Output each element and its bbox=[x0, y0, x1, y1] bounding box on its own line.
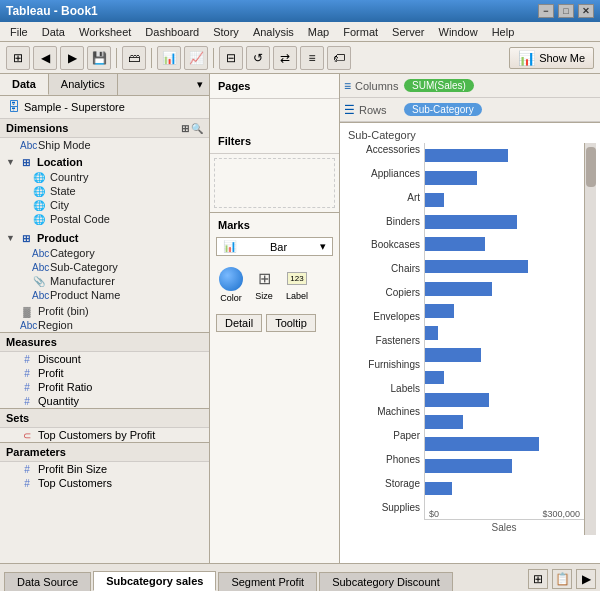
tab-data-source[interactable]: Data Source bbox=[4, 572, 91, 591]
measure-profit-ratio-label: Profit Ratio bbox=[38, 381, 92, 393]
left-panel: Data Analytics ▾ 🗄 Sample - Superstore D… bbox=[0, 74, 210, 563]
dimensions-search-icon[interactable]: 🔍 bbox=[191, 123, 203, 134]
menu-analysis[interactable]: Analysis bbox=[247, 25, 300, 39]
field-manufacturer-label: Manufacturer bbox=[50, 275, 115, 287]
field-country[interactable]: 🌐 Country bbox=[0, 170, 209, 184]
toolbar-chart2-button[interactable]: 📈 bbox=[184, 46, 208, 70]
maximize-button[interactable]: □ bbox=[558, 4, 574, 18]
tab-sheet-button[interactable]: 📋 bbox=[552, 569, 572, 589]
columns-pill[interactable]: SUM(Sales) bbox=[404, 79, 474, 92]
toolbar-new-button[interactable]: ⊞ bbox=[6, 46, 30, 70]
tab-menu-arrow[interactable]: ▾ bbox=[191, 74, 209, 95]
bar-row[interactable] bbox=[425, 478, 584, 499]
menu-map[interactable]: Map bbox=[302, 25, 335, 39]
measure-profit-ratio[interactable]: # Profit Ratio bbox=[0, 380, 209, 394]
menu-server[interactable]: Server bbox=[386, 25, 430, 39]
close-button[interactable]: ✕ bbox=[578, 4, 594, 18]
menu-data[interactable]: Data bbox=[36, 25, 71, 39]
toolbar-save-button[interactable]: 💾 bbox=[87, 46, 111, 70]
bar-row[interactable] bbox=[425, 189, 584, 210]
tab-present-button[interactable]: ▶ bbox=[576, 569, 596, 589]
bar-row[interactable] bbox=[425, 345, 584, 366]
bar-row[interactable] bbox=[425, 278, 584, 299]
bar-row[interactable] bbox=[425, 300, 584, 321]
bar bbox=[425, 437, 539, 451]
abc-icon-3: Abc bbox=[32, 262, 46, 273]
field-category[interactable]: Abc Category bbox=[0, 246, 209, 260]
measure-profit[interactable]: # Profit bbox=[0, 366, 209, 380]
bar-row[interactable] bbox=[425, 323, 584, 344]
clip-icon: 📎 bbox=[32, 276, 46, 287]
bar-row[interactable] bbox=[425, 411, 584, 432]
group-location-header[interactable]: ▼ ⊞ Location bbox=[0, 154, 209, 170]
toolbar-refresh-button[interactable]: ↺ bbox=[246, 46, 270, 70]
tab-segment-profit[interactable]: Segment Profit bbox=[218, 572, 317, 591]
field-postal-code[interactable]: 🌐 Postal Code bbox=[0, 212, 209, 226]
bar-row[interactable] bbox=[425, 167, 584, 188]
field-profit-bin[interactable]: ▓ Profit (bin) bbox=[0, 304, 209, 318]
marks-type-selector[interactable]: 📊 Bar ▾ bbox=[216, 237, 333, 256]
data-source-name[interactable]: Sample - Superstore bbox=[24, 101, 125, 113]
bar-row[interactable] bbox=[425, 212, 584, 233]
marks-color-button[interactable]: Color bbox=[216, 264, 246, 306]
toolbar-filter-button[interactable]: ⊟ bbox=[219, 46, 243, 70]
set-top-customers[interactable]: ⊂ Top Customers by Profit bbox=[0, 428, 209, 442]
bar-row[interactable] bbox=[425, 256, 584, 277]
tab-data[interactable]: Data bbox=[0, 74, 49, 95]
tab-subcategory-sales[interactable]: Subcategory sales bbox=[93, 571, 216, 591]
bar bbox=[425, 282, 492, 296]
tooltip-button[interactable]: Tooltip bbox=[266, 314, 316, 332]
field-region[interactable]: Abc Region bbox=[0, 318, 209, 332]
bar-row[interactable] bbox=[425, 433, 584, 454]
menu-worksheet[interactable]: Worksheet bbox=[73, 25, 137, 39]
menu-story[interactable]: Story bbox=[207, 25, 245, 39]
toolbar-chart-button[interactable]: 📊 bbox=[157, 46, 181, 70]
chart-scrollbar[interactable] bbox=[584, 143, 596, 535]
bar-row[interactable] bbox=[425, 234, 584, 255]
param-top-customers[interactable]: # Top Customers bbox=[0, 476, 209, 490]
field-state[interactable]: 🌐 State bbox=[0, 184, 209, 198]
detail-button[interactable]: Detail bbox=[216, 314, 262, 332]
field-manufacturer[interactable]: 📎 Manufacturer bbox=[0, 274, 209, 288]
field-subcategory[interactable]: Abc Sub-Category bbox=[0, 260, 209, 274]
rows-pill[interactable]: Sub-Category bbox=[404, 103, 482, 116]
abc-icon-2: Abc bbox=[32, 248, 46, 259]
toolbar-label-button[interactable]: 🏷 bbox=[327, 46, 351, 70]
bar-row[interactable] bbox=[425, 456, 584, 477]
field-ship-mode[interactable]: Abc Ship Mode bbox=[0, 138, 209, 152]
tab-subcategory-discount[interactable]: Subcategory Discount bbox=[319, 572, 453, 591]
tab-analytics[interactable]: Analytics bbox=[49, 74, 118, 95]
main-container: Data Analytics ▾ 🗄 Sample - Superstore D… bbox=[0, 74, 600, 563]
minimize-button[interactable]: − bbox=[538, 4, 554, 18]
field-product-name[interactable]: Abc Product Name bbox=[0, 288, 209, 302]
toolbar-swap-button[interactable]: ⇄ bbox=[273, 46, 297, 70]
y-axis-label: Furnishings bbox=[344, 358, 424, 372]
dimensions-grid-icon[interactable]: ⊞ bbox=[181, 123, 189, 134]
group-product-header[interactable]: ▼ ⊞ Product bbox=[0, 230, 209, 246]
measure-discount[interactable]: # Discount bbox=[0, 352, 209, 366]
toolbar-back-button[interactable]: ◀ bbox=[33, 46, 57, 70]
show-me-label: Show Me bbox=[539, 52, 585, 64]
filters-content[interactable] bbox=[214, 158, 335, 208]
show-me-button[interactable]: 📊 Show Me bbox=[509, 47, 594, 69]
bar-row[interactable] bbox=[425, 389, 584, 410]
scrollbar-thumb[interactable] bbox=[586, 147, 596, 187]
measure-quantity[interactable]: # Quantity bbox=[0, 394, 209, 408]
field-city[interactable]: 🌐 City bbox=[0, 198, 209, 212]
bar-row[interactable] bbox=[425, 145, 584, 166]
marks-size-button[interactable]: ⊞ Size bbox=[250, 264, 278, 306]
abc-icon-4: Abc bbox=[32, 290, 46, 301]
toolbar-forward-button[interactable]: ▶ bbox=[60, 46, 84, 70]
size-icon: ⊞ bbox=[253, 267, 275, 289]
toolbar-datasource-button[interactable]: 🗃 bbox=[122, 46, 146, 70]
param-profit-bin[interactable]: # Profit Bin Size bbox=[0, 462, 209, 476]
marks-label-button[interactable]: 123 Label bbox=[282, 264, 312, 306]
menu-dashboard[interactable]: Dashboard bbox=[139, 25, 205, 39]
menu-help[interactable]: Help bbox=[486, 25, 521, 39]
bar-row[interactable] bbox=[425, 367, 584, 388]
menu-format[interactable]: Format bbox=[337, 25, 384, 39]
tab-new-button[interactable]: ⊞ bbox=[528, 569, 548, 589]
menu-file[interactable]: File bbox=[4, 25, 34, 39]
menu-window[interactable]: Window bbox=[433, 25, 484, 39]
toolbar-sort-button[interactable]: ≡ bbox=[300, 46, 324, 70]
